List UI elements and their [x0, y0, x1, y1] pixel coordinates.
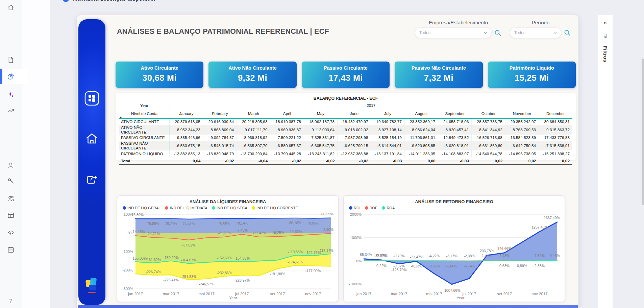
chart-plot-retorno[interactable]: 2000%1000%0%-1000%jan 2017mar 2017mai 20…	[346, 210, 562, 302]
column-header[interactable]: March	[237, 109, 270, 118]
cell-value: -7.509.221,22	[270, 135, 304, 141]
pie-chart-icon[interactable]	[7, 72, 15, 80]
svg-text:346,66%: 346,66%	[497, 246, 512, 251]
svg-text:-0,79%: -0,79%	[393, 254, 405, 258]
kpi-row: Ativo Circulante30,68 MiAtivo Não Circul…	[116, 62, 576, 88]
help-icon[interactable]: ?	[7, 297, 15, 305]
layout-icon[interactable]	[7, 211, 15, 219]
kpi-title: Passivo Circulante	[302, 65, 390, 71]
search-icon[interactable]	[494, 29, 501, 37]
chart-plot-liquidez[interactable]: 100%0%-100%-200%-300%jan 2017mar 2017mai…	[120, 210, 336, 302]
home-icon[interactable]	[7, 3, 15, 11]
sparkles-icon[interactable]	[7, 91, 15, 99]
cell-value: 28.857.783,75	[472, 118, 505, 125]
trend-up-icon[interactable]	[7, 107, 15, 115]
svg-text:-3,17%: -3,17%	[446, 254, 457, 258]
table-row: PASSIVO NÃO CIRCULANTE-6.563.675,15-6.54…	[119, 141, 572, 150]
cell-value: -6.620.895,85	[404, 141, 438, 150]
kpi-title: Passivo Não Circulante	[395, 65, 482, 71]
column-header[interactable]: February	[203, 109, 237, 118]
cell-value: 24.658.718,06	[438, 118, 472, 125]
balanco-table[interactable]: Year2017Nível de Conta▲JanuaryFebruaryMa…	[119, 102, 572, 165]
periodo-dropdown[interactable]: Todos	[510, 28, 561, 38]
total-value: -0,02	[304, 157, 337, 165]
column-header[interactable]: June	[338, 109, 371, 118]
cell-value: -12.849.473,52	[438, 135, 472, 141]
description-note: Nenhuma descrição disponível	[63, 0, 155, 2]
column-header[interactable]: November	[505, 109, 539, 118]
column-header[interactable]: April	[270, 109, 304, 118]
home-icon[interactable]	[84, 131, 99, 147]
column-header[interactable]: May	[304, 109, 337, 118]
column-header[interactable]: January	[170, 109, 203, 118]
legend-item[interactable]: ROE	[365, 206, 378, 210]
svg-text:-225,41%: -225,41%	[163, 278, 179, 282]
svg-text:-200%: -200%	[122, 268, 133, 272]
column-header[interactable]: October	[472, 109, 505, 118]
legend-item[interactable]: ROI	[349, 206, 361, 210]
year-value: 2017	[170, 102, 572, 109]
kpi-card[interactable]: Ativo Não Circulante9,32 Mi	[208, 62, 296, 88]
empresa-dropdown[interactable]: Todos	[415, 28, 491, 38]
cell-value: 8.768.769,53	[505, 125, 539, 135]
cell-value: -9.385.446,96	[170, 135, 203, 141]
code-icon[interactable]	[7, 229, 15, 237]
key-icon[interactable]	[7, 177, 15, 185]
cell-value: -14.011.236,35	[404, 150, 438, 157]
cell-value: -7.315.538,91	[539, 141, 572, 150]
collapse-pane-icon[interactable]: «	[604, 19, 607, 26]
vertical-scrollbar[interactable]	[642, 58, 644, 205]
calendar-icon[interactable]	[7, 246, 15, 254]
kpi-title: Ativo Não Circulante	[208, 65, 296, 71]
svg-text:nov 2017: nov 2017	[305, 292, 321, 296]
column-header[interactable]: September	[438, 109, 472, 118]
cell-value: -8.525.154,19	[371, 135, 404, 141]
sort-ascending-icon[interactable]: ▲	[120, 116, 122, 118]
legend-item[interactable]: IND DE LIQ CORRENTE	[252, 206, 298, 210]
svg-text:-155,00%: -155,00%	[131, 256, 147, 260]
chart-card-retorno[interactable]: ANÁLISE DE RETORNO FINANCEIRO ROIROEROA …	[343, 195, 565, 302]
search-icon[interactable]	[564, 29, 571, 37]
cell-value: -6.642.750,54	[505, 141, 539, 150]
charts-row: ANÁLISE DA LÍQUIDEZ FINANCEIRA IND DE LI…	[117, 195, 565, 302]
svg-text:mar 2017: mar 2017	[391, 292, 407, 296]
cell-value: 9.017.111,79	[237, 125, 270, 135]
table-row: ATIVO NÃO CIRCULANTE8.952.344,238.863.80…	[119, 125, 572, 135]
legend-item[interactable]: IND DE LIQ SECA	[212, 206, 247, 210]
kpi-value: 9,32 Mi	[208, 73, 296, 83]
column-header[interactable]: December	[539, 109, 572, 118]
svg-text:1667,49%: 1667,49%	[544, 216, 560, 220]
filter-pin-icon[interactable]	[603, 33, 608, 40]
cell-value: 8.927.108,14	[371, 125, 404, 135]
kpi-card[interactable]: Patrimônio Líquido15,25 Mi	[488, 62, 576, 88]
kpi-card[interactable]: Passivo Não Circulante7,32 Mi	[395, 62, 482, 88]
active-nav-indicator	[0, 69, 2, 84]
cell-value: -8.969.818,92	[237, 135, 270, 141]
legend-item[interactable]: IND DE LIQ GERAL	[123, 206, 160, 210]
cell-value: -6.620.818,01	[438, 141, 472, 150]
legend-item[interactable]: IND DE LIQ IMEDIATA	[165, 206, 207, 210]
chart-card-liquidez[interactable]: ANÁLISE DA LÍQUIDEZ FINANCEIRA IND DE LI…	[117, 195, 339, 302]
kpi-card[interactable]: Passivo Circulante17,43 Mi	[302, 62, 390, 88]
header-filters: Empresa/Estabelecimento Todos Período To…	[415, 20, 571, 38]
column-header[interactable]: August	[404, 109, 438, 118]
svg-text:jan 2017: jan 2017	[356, 292, 371, 296]
row-dimension-header[interactable]: Nível de Conta▲	[119, 109, 170, 118]
svg-text:-251,83%: -251,83%	[181, 275, 197, 279]
kpi-card[interactable]: Ativo Circulante30,68 Mi	[116, 62, 203, 88]
users-icon[interactable]	[7, 194, 15, 203]
share-icon[interactable]	[84, 172, 100, 189]
chart-title: ANÁLISE DA LÍQUIDEZ FINANCEIRA	[120, 199, 336, 204]
document-icon[interactable]	[7, 56, 15, 64]
description-text: Nenhuma descrição disponível	[73, 0, 155, 2]
secondary-rail	[22, 0, 50, 308]
svg-text:-0,37%: -0,37%	[393, 264, 405, 268]
column-header[interactable]: July	[371, 109, 404, 118]
cell-value: -6.625.799,15	[338, 141, 371, 150]
svg-text:-6,74%: -6,74%	[464, 264, 475, 268]
user-icon[interactable]	[7, 161, 15, 169]
apps-grid-icon[interactable]	[84, 91, 100, 108]
cell-value: 20.218.805,63	[237, 118, 270, 125]
filters-pane-title: Filtros	[602, 46, 608, 62]
legend-item[interactable]: ROA	[382, 206, 395, 210]
